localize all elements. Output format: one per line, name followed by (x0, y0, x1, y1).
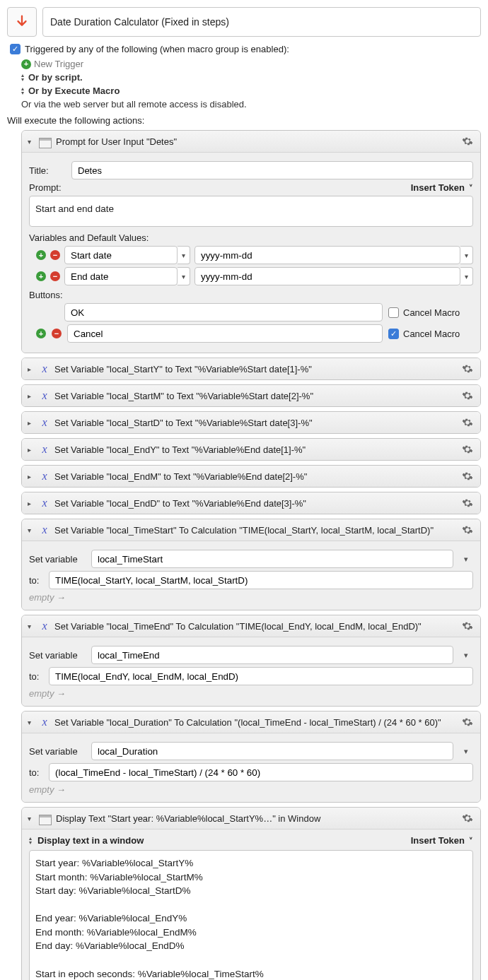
minus-icon[interactable]: − (50, 250, 60, 260)
gear-icon[interactable] (460, 469, 475, 483)
variable-name-input[interactable] (91, 646, 453, 664)
insert-token-button[interactable]: Insert Token (411, 835, 473, 846)
minus-icon[interactable]: − (52, 329, 62, 338)
empty-note: empty → (29, 688, 473, 699)
calc-input[interactable] (49, 667, 473, 685)
cancel-macro-label: Cancel Macro (403, 307, 460, 318)
macro-title-text: Date Duration Calculator (Fixed in steps… (50, 16, 229, 28)
display-mode[interactable]: Display text in a window (37, 835, 144, 846)
variable-x-icon: x (39, 620, 50, 632)
variable-x-icon: x (39, 524, 50, 536)
updown-chevron-icon[interactable]: ▴▾ (21, 87, 24, 95)
action-set-variable: ▸xSet Variable "local_EndY" to Text "%Va… (21, 438, 481, 461)
gear-icon[interactable] (460, 389, 475, 403)
gear-icon[interactable] (460, 523, 475, 537)
plus-icon[interactable]: + (36, 271, 46, 281)
action-set-variable: ▸xSet Variable "local_StartD" to Text "%… (21, 411, 481, 434)
variable-x-icon: x (39, 497, 50, 509)
variable-x-icon: x (39, 362, 50, 375)
dropdown-icon[interactable]: ▾ (459, 555, 473, 564)
plus-icon[interactable]: + (21, 59, 31, 69)
buttons-label: Buttons: (29, 290, 473, 300)
to-label: to: (29, 767, 43, 778)
disclosure-icon[interactable]: ▸ (28, 446, 35, 454)
action-set-variable: ▸xSet Variable "local_EndM" to Text "%Va… (21, 465, 481, 488)
updown-chevron-icon[interactable]: ▴▾ (21, 73, 24, 82)
dropdown-icon[interactable]: ▾ (178, 267, 190, 285)
gear-icon[interactable] (460, 362, 475, 376)
disclosure-icon[interactable]: ▾ (28, 526, 35, 534)
action-title: Set Variable "local_StartM" to Text "%Va… (54, 391, 456, 401)
variable-name-input[interactable] (64, 246, 178, 264)
gear-icon[interactable] (460, 415, 475, 430)
title-input[interactable] (71, 161, 473, 179)
action-title: Set Variable "local_EndY" to Text "%Vari… (54, 444, 456, 455)
title-label: Title: (29, 165, 66, 176)
macro-title-input[interactable]: Date Duration Calculator (Fixed in steps… (42, 7, 481, 37)
calc-input[interactable] (49, 763, 473, 781)
action-set-variable: ▸xSet Variable "local_StartY" to Text "%… (21, 358, 481, 380)
plus-icon[interactable]: + (36, 329, 46, 338)
action-set-variable-calc: ▾xSet Variable "local_Duration" To Calcu… (21, 711, 481, 803)
disclosure-icon[interactable]: ▸ (28, 392, 35, 400)
gear-icon[interactable] (460, 619, 475, 633)
action-title: Set Variable "local_StartD" to Text "%Va… (54, 418, 456, 428)
macro-enabled-checkbox[interactable]: ✓ (10, 44, 21, 54)
action-title: Prompt for User Input "Detes" (56, 136, 456, 147)
disclosure-icon[interactable]: ▸ (28, 500, 35, 507)
dropdown-icon[interactable]: ▾ (459, 651, 473, 660)
window-icon (39, 815, 52, 825)
or-by-script[interactable]: Or by script. (28, 72, 83, 83)
minus-icon[interactable]: − (50, 271, 60, 281)
plus-icon[interactable]: + (36, 250, 46, 260)
dropdown-icon[interactable]: ▾ (460, 246, 473, 264)
set-variable-label: Set variable (29, 746, 86, 757)
variable-x-icon: x (39, 716, 50, 728)
dropdown-icon[interactable]: ▾ (459, 747, 473, 756)
variable-default-input[interactable] (194, 246, 460, 264)
gear-icon[interactable] (460, 442, 475, 456)
button-label-input[interactable] (64, 303, 383, 321)
dropdown-icon[interactable]: ▾ (460, 267, 473, 285)
gear-icon[interactable] (460, 496, 475, 510)
variable-name-input[interactable] (91, 550, 453, 568)
cancel-macro-checkbox[interactable] (388, 307, 399, 318)
or-by-execute-macro[interactable]: Or by Execute Macro (28, 85, 120, 96)
variable-default-input[interactable] (194, 267, 460, 285)
button-label-input[interactable] (67, 324, 383, 343)
set-variable-label: Set variable (29, 650, 86, 661)
dropdown-icon[interactable]: ▾ (178, 246, 190, 264)
gear-icon[interactable] (460, 811, 475, 825)
action-set-variable-calc: ▾xSet Variable "local_TimeEnd" To Calcul… (21, 615, 481, 707)
disclosure-icon[interactable]: ▾ (28, 138, 35, 146)
variable-x-icon: x (39, 389, 50, 402)
empty-note: empty → (29, 784, 473, 795)
vars-label: Variables and Default Values: (29, 232, 473, 243)
gear-icon[interactable] (460, 715, 475, 729)
empty-note: empty → (29, 592, 473, 603)
calc-input[interactable] (49, 571, 473, 589)
updown-chevron-icon[interactable]: ▴▾ (29, 837, 32, 845)
disclosure-icon[interactable]: ▸ (28, 419, 35, 427)
action-set-variable: ▸xSet Variable "local_StartM" to Text "%… (21, 384, 481, 407)
new-trigger-label[interactable]: New Trigger (34, 59, 83, 69)
disclosure-icon[interactable]: ▾ (28, 719, 35, 726)
disclosure-icon[interactable]: ▾ (28, 622, 35, 630)
disclosure-icon[interactable]: ▾ (28, 815, 35, 822)
variable-x-icon: x (39, 416, 50, 429)
display-text-body[interactable]: Start year: %Variable%local_StartY% Star… (29, 850, 473, 980)
insert-token-button[interactable]: Insert Token (411, 182, 473, 193)
disclosure-icon[interactable]: ▸ (28, 365, 35, 373)
set-variable-label: Set variable (29, 554, 86, 565)
to-label: to: (29, 575, 43, 586)
macro-icon (7, 7, 37, 37)
prompt-textarea[interactable]: Start and end date (29, 196, 473, 227)
gear-icon[interactable] (460, 134, 475, 148)
action-title: Set Variable "local_StartY" to Text "%Va… (54, 364, 456, 374)
variable-name-input[interactable] (64, 267, 178, 285)
cancel-macro-checkbox[interactable]: ✓ (388, 329, 399, 339)
variable-x-icon: x (39, 443, 50, 456)
arrow-down-icon (14, 14, 30, 30)
disclosure-icon[interactable]: ▸ (28, 473, 35, 480)
variable-name-input[interactable] (91, 742, 453, 760)
